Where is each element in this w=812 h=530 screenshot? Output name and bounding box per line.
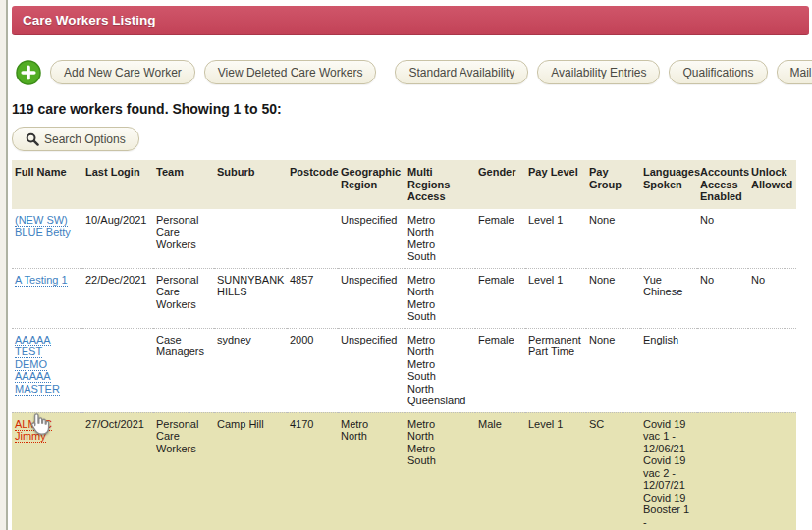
cell: No — [697, 209, 748, 269]
table-header-row: Full NameLast LoginTeamSuburbPostcodeGeo… — [12, 160, 796, 209]
cell — [748, 328, 796, 412]
cell: Yue Chinese — [640, 268, 697, 328]
magnifier-icon — [26, 132, 39, 146]
column-header: Pay Group — [586, 160, 640, 209]
cell: Level 1 — [525, 412, 586, 530]
toolbar-button-availability-entries[interactable]: Availability Entries — [537, 60, 660, 84]
cell-full-name: ALMAC Jimmy — [12, 412, 82, 530]
toolbar-button-mail-merge[interactable]: Mail Merge — [777, 60, 812, 84]
column-header: Suburb — [214, 160, 287, 209]
cell: No — [748, 268, 796, 328]
cell: 2000 — [287, 328, 338, 412]
cell: sydney — [214, 328, 287, 412]
cell: 4857 — [287, 268, 338, 328]
cell: Personal Care Workers — [153, 268, 214, 328]
cell: Permanent Part Time — [525, 328, 586, 412]
column-header: Geographic Region — [338, 160, 405, 209]
column-header: Last Login — [82, 160, 153, 209]
cell: Unspecified — [338, 268, 405, 328]
cell: Covid 19 vac 1 - 12/06/21 Covid 19 vac 2… — [640, 412, 697, 530]
content-panel: Care Workers Listing Add New Care Worker… — [12, 6, 812, 530]
column-header: Team — [153, 160, 214, 209]
cell: Case Managers — [153, 328, 214, 412]
toolbar-button-qualifications[interactable]: Qualifications — [669, 60, 767, 84]
cell: Personal Care Workers — [153, 412, 214, 530]
column-header: Multi Regions Access — [405, 160, 475, 209]
table-row: A Testing 122/Dec/2021Personal Care Work… — [12, 268, 796, 328]
toolbar: Add New Care WorkerView Deleted Care Wor… — [12, 59, 809, 85]
cell — [697, 412, 748, 530]
cell — [82, 328, 153, 412]
care-worker-link[interactable]: A Testing 1 — [15, 274, 68, 287]
cell-full-name: AAAAA TEST DEMO AAAAA MASTER — [12, 328, 82, 412]
cell: SUNNYBANK HILLS — [214, 268, 287, 328]
toolbar-button-standard-availability[interactable]: Standard Availability — [395, 60, 528, 84]
column-header: Languages Spoken — [640, 160, 697, 209]
cell: 27/Oct/2021 — [82, 412, 153, 530]
cell: Metro North Metro South — [405, 209, 475, 269]
care-workers-table: Full NameLast LoginTeamSuburbPostcodeGeo… — [12, 160, 796, 530]
table-row: (NEW SW) BLUE Betty10/Aug/2021Personal C… — [12, 209, 796, 269]
search-options-button[interactable]: Search Options — [12, 127, 139, 151]
cell — [640, 209, 697, 269]
care-worker-link[interactable]: (NEW SW) BLUE Betty — [15, 214, 71, 239]
care-worker-link[interactable]: AAAAA TEST DEMO AAAAA MASTER — [15, 334, 60, 396]
cell: No — [697, 268, 748, 328]
cell: Metro North — [338, 412, 405, 530]
search-row: Search Options — [12, 127, 809, 151]
cell: SC — [586, 412, 640, 530]
table-body: (NEW SW) BLUE Betty10/Aug/2021Personal C… — [12, 209, 796, 530]
cell — [748, 412, 796, 530]
cell: Camp Hill — [214, 412, 287, 530]
care-worker-link[interactable]: ALMAC Jimmy — [15, 418, 52, 444]
panel-left-border — [0, 0, 8, 530]
column-header: Accounts Access Enabled — [697, 160, 748, 209]
cell: None — [586, 328, 640, 412]
cell: Unspecified — [338, 328, 405, 412]
cell: 10/Aug/2021 — [82, 209, 153, 269]
cell — [287, 209, 338, 269]
cell: Unspecified — [338, 209, 405, 269]
cell: English — [640, 328, 697, 412]
column-header: Postcode — [287, 160, 338, 209]
column-header: Pay Level — [525, 160, 586, 209]
cell: Male — [475, 412, 525, 530]
cell: Personal Care Workers — [153, 209, 214, 269]
cell — [214, 209, 287, 269]
search-options-label: Search Options — [44, 132, 126, 146]
cell: Metro North Metro South North Queensland — [405, 328, 475, 412]
page-title-bar: Care Workers Listing — [12, 6, 809, 35]
cell: 4170 — [287, 412, 338, 530]
cell: Female — [475, 328, 525, 412]
column-header: Full Name — [12, 160, 82, 209]
cell: Level 1 — [525, 268, 586, 328]
toolbar-button-add-new-care-worker[interactable]: Add New Care Worker — [50, 60, 195, 84]
cell: Level 1 — [525, 209, 586, 269]
results-summary: 119 care workers found. Showing 1 to 50: — [12, 101, 809, 117]
cell: Female — [475, 268, 525, 328]
cell: 22/Dec/2021 — [82, 268, 153, 328]
page: Care Workers Listing Add New Care Worker… — [0, 0, 812, 530]
cell: Metro North Metro South — [405, 268, 475, 328]
table-row: ALMAC Jimmy27/Oct/2021Personal Care Work… — [12, 412, 796, 530]
cell-full-name: A Testing 1 — [12, 268, 82, 328]
cell — [697, 328, 748, 412]
page-title: Care Workers Listing — [23, 13, 156, 27]
cell: Metro North Metro South — [405, 412, 475, 530]
cell: None — [586, 268, 640, 328]
plus-icon[interactable] — [16, 60, 41, 85]
cell-full-name: (NEW SW) BLUE Betty — [12, 209, 82, 269]
column-header: Unlock Allowed — [748, 160, 796, 209]
cell — [748, 209, 796, 269]
column-header: Gender — [475, 160, 525, 209]
toolbar-button-view-deleted-care-workers[interactable]: View Deleted Care Workers — [204, 60, 377, 84]
cell: None — [586, 209, 640, 269]
cell: Female — [475, 209, 525, 269]
table-row: AAAAA TEST DEMO AAAAA MASTERCase Manager… — [12, 328, 796, 412]
